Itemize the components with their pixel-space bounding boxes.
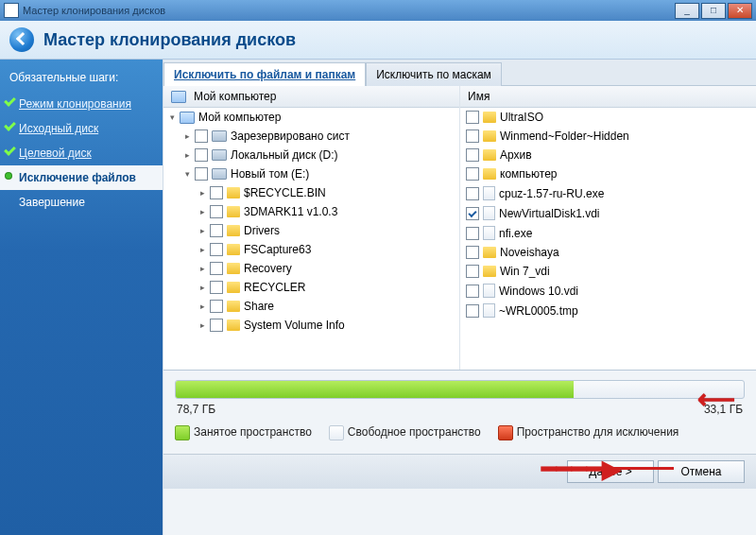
maximize-button[interactable]: □ [701,3,726,19]
minimize-button[interactable]: _ [675,3,699,19]
checkbox[interactable] [210,300,223,313]
checkbox[interactable] [466,285,479,298]
checkbox[interactable] [466,265,479,278]
tree-row[interactable]: ▸Share [163,297,459,316]
folder-icon [227,206,240,217]
expander-icon[interactable]: ▸ [198,226,208,236]
expander-icon[interactable]: ▸ [198,245,208,255]
tab-exclude-by-files[interactable]: Исключить по файлам и папкам [163,62,366,86]
list-row[interactable]: NewVirtualDisk1.vdi [460,203,756,223]
expander-icon[interactable]: ▸ [198,320,208,331]
expander-icon[interactable]: ▸ [198,302,208,312]
checkbox[interactable] [210,243,223,256]
expander-icon[interactable]: ▸ [198,283,208,293]
expander-icon[interactable]: ▾ [167,112,178,123]
legend-free-swatch [329,425,344,440]
checkbox[interactable] [195,129,208,143]
tree-panel[interactable]: Мой компьютер ▾Мой компьютер▸Зарезервиро… [163,86,460,370]
list-row[interactable]: компьютер [460,164,756,183]
list-item-label: Winmend~Folder~Hidden [500,129,629,143]
window-controls: _ □ ✕ [675,3,752,19]
list-panel[interactable]: Имя UltraISOWinmend~Folder~HiddenАрхивко… [460,86,756,370]
legend-used-swatch [175,425,190,440]
checkbox[interactable] [466,227,479,240]
list-row[interactable]: UltraISO [460,108,756,127]
close-button[interactable]: ✕ [728,3,752,19]
checkbox[interactable] [466,167,479,181]
expander-icon[interactable]: ▸ [198,207,208,217]
folder-icon [483,247,496,258]
checkbox[interactable] [466,129,479,143]
wizard-step[interactable]: Исходный диск [0,116,163,141]
footer: ━━━━▶ Далее > Отмена [163,454,756,489]
list-item-label: UltraISO [500,111,543,124]
checkbox[interactable] [210,205,223,218]
wizard-step[interactable]: Завершение [0,190,163,215]
list-row[interactable]: Noveishaya [460,243,756,262]
tab-exclude-by-masks[interactable]: Исключить по маскам [366,62,502,86]
expander-icon[interactable]: ▾ [182,169,193,180]
cancel-button[interactable]: Отмена [658,460,745,483]
list-item-label: компьютер [500,167,558,181]
folder-icon [483,130,496,142]
legend-excl-swatch [498,425,513,440]
checkbox[interactable] [210,224,223,237]
tree-item-label: FSCapture63 [244,243,311,256]
expander-icon[interactable]: ▸ [182,131,193,142]
checkbox[interactable] [195,148,208,162]
checkbox[interactable] [466,246,479,259]
tree-item-label: Новый том (E:) [231,167,309,181]
wizard-step[interactable]: Режим клонирования [0,92,163,116]
checkbox[interactable] [466,304,479,318]
checkbox[interactable] [466,207,479,220]
folder-icon [227,263,240,274]
list-row[interactable]: Windows 10.vdi [460,281,756,301]
annotation-arrow-icon: ⟵ [697,384,735,415]
file-icon [483,226,495,240]
page-title: Мастер клонирования дисков [43,30,296,50]
list-item-label: NewVirtualDisk1.vdi [499,207,599,220]
tree-row[interactable]: ▸FSCapture63 [163,240,459,259]
list-row[interactable]: Winmend~Folder~Hidden [460,127,756,146]
wizard-step[interactable]: Исключение файлов [0,165,163,190]
checkbox[interactable] [210,281,223,294]
tree-row[interactable]: ▸Зарезервировано сист [163,127,459,146]
sidebar-heading: Обязательные шаги: [0,67,163,92]
folder-icon [227,225,240,236]
drive-icon [212,130,227,142]
tree-row[interactable]: ▾Новый том (E:) [163,164,459,183]
checkbox[interactable] [466,148,479,162]
checkbox[interactable] [210,262,223,275]
tree-row[interactable]: ▾Мой компьютер [163,108,459,127]
tree-row[interactable]: ▸Recovery [163,259,459,278]
tree-row[interactable]: ▸System Volume Info [163,316,459,335]
list-row[interactable]: Архив [460,146,756,164]
expander-icon[interactable]: ▸ [198,188,208,198]
tree-row[interactable]: ▸$RECYCLE.BIN [163,183,459,202]
list-row[interactable]: nfi.exe [460,223,756,243]
folder-icon [483,149,496,161]
back-button[interactable] [9,27,34,52]
annotation-arrow-icon: ━━━━▶ [541,455,621,484]
expander-icon[interactable]: ▸ [198,264,208,274]
tree-row[interactable]: ▸3DMARK11 v1.0.3 [163,202,459,221]
app-icon [4,3,19,18]
checkbox[interactable] [210,319,223,332]
list-row[interactable]: ~WRL0005.tmp [460,301,756,320]
checkbox[interactable] [466,111,479,124]
list-item-label: Win 7_vdi [500,265,550,278]
checkbox[interactable] [195,167,208,181]
wizard-step[interactable]: Целевой диск [0,141,163,165]
tree-row[interactable]: ▸Локальный диск (D:) [163,146,459,164]
expander-icon[interactable]: ▸ [182,150,193,161]
tree-row[interactable]: ▸Drivers [163,221,459,240]
list-row[interactable]: cpuz-1.57-ru-RU.exe [460,183,756,203]
checkbox[interactable] [210,186,223,199]
titlebar[interactable]: Мастер клонирования дисков _ □ ✕ [0,0,756,21]
window-title: Мастер клонирования дисков [23,5,675,16]
checkbox[interactable] [466,187,479,200]
list-row[interactable]: Win 7_vdi [460,262,756,281]
tree-item-label: Мой компьютер [198,111,281,124]
drive-icon [212,168,227,180]
tree-row[interactable]: ▸RECYCLER [163,278,459,297]
